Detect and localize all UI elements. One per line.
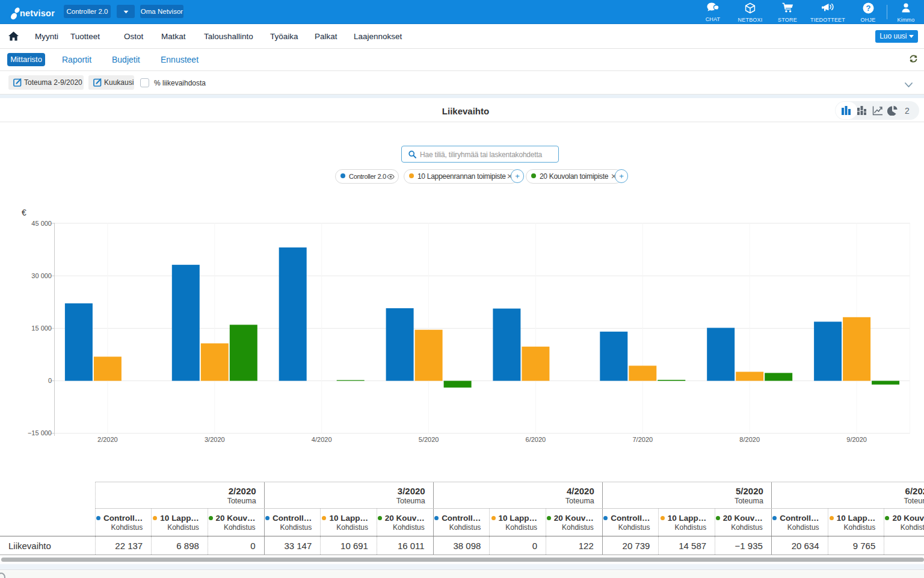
svg-text:3/2020: 3/2020 bbox=[205, 436, 225, 443]
svg-text:9/2020: 9/2020 bbox=[846, 436, 867, 443]
svg-text:?: ? bbox=[866, 4, 870, 13]
svg-text:0: 0 bbox=[48, 377, 52, 384]
svg-text:7/2020: 7/2020 bbox=[632, 436, 653, 443]
svg-text:−15 000: −15 000 bbox=[28, 429, 52, 437]
svg-text:€: € bbox=[22, 208, 26, 217]
svg-text:45 000: 45 000 bbox=[31, 220, 52, 227]
svg-text:4/2020: 4/2020 bbox=[312, 436, 332, 443]
svg-text:2/2020: 2/2020 bbox=[97, 436, 118, 443]
svg-text:8/2020: 8/2020 bbox=[739, 436, 760, 443]
svg-text:30 000: 30 000 bbox=[31, 272, 52, 279]
svg-text:5/2020: 5/2020 bbox=[419, 436, 439, 443]
svg-text:6/2020: 6/2020 bbox=[526, 436, 546, 443]
svg-text:15 000: 15 000 bbox=[31, 325, 52, 332]
